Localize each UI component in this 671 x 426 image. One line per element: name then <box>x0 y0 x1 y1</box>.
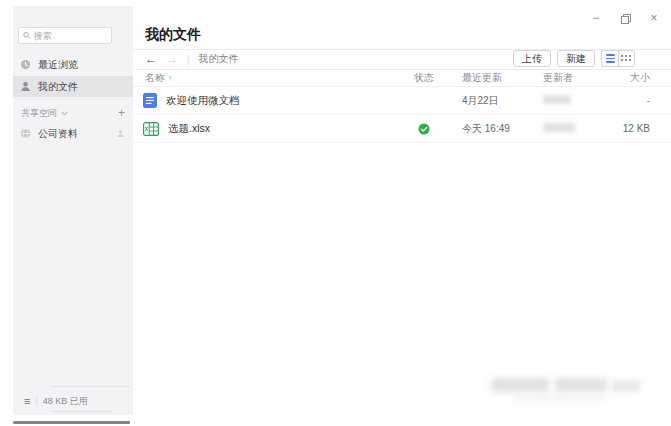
app-window: − × 最近浏览 <box>13 6 671 418</box>
user-icon <box>20 81 31 92</box>
file-updated: 4月22日 <box>454 94 538 108</box>
column-header-updater[interactable]: 更新者 <box>538 71 620 85</box>
redacted-blob <box>611 380 641 392</box>
file-status-synced <box>394 123 454 135</box>
file-name: 选题.xlsx <box>168 122 210 136</box>
file-name: 欢迎使用微文档 <box>166 94 240 108</box>
updater-redacted <box>543 123 575 132</box>
shared-space-icon <box>20 128 31 139</box>
search-icon <box>23 31 31 40</box>
background-window-edge <box>13 421 130 424</box>
search-box[interactable] <box>18 27 112 44</box>
sidebar-item-recent[interactable]: 最近浏览 <box>13 54 133 75</box>
chevron-down-icon <box>61 111 68 116</box>
wedoc-file-icon <box>143 93 157 108</box>
sidebar-section-shared-space[interactable]: 共享空间 + <box>13 105 133 121</box>
sort-asc-icon[interactable]: ↑ <box>168 74 172 83</box>
sidebar-item-my-files[interactable]: 我的文件 <box>13 76 133 97</box>
members-icon <box>116 129 125 138</box>
redacted-blob <box>555 378 607 392</box>
file-size: 12 KB <box>620 123 650 134</box>
storage-bar <box>50 411 112 412</box>
synced-check-icon <box>418 123 430 135</box>
storage-used-label: 48 KB 已用 <box>43 395 88 408</box>
list-view-button[interactable] <box>601 50 618 67</box>
grid-view-button[interactable] <box>618 50 635 67</box>
toolbar: 上传 新建 <box>513 50 635 67</box>
grid-view-icon <box>621 55 632 62</box>
sidebar-item-label: 公司资料 <box>38 127 78 141</box>
watermark-redacted <box>483 374 643 406</box>
window-controls: − × <box>589 12 661 24</box>
list-view-icon <box>606 54 615 62</box>
hamburger-menu-icon[interactable]: ≡ <box>24 395 30 407</box>
add-shared-space-button[interactable]: + <box>118 108 125 118</box>
redacted-blob <box>513 395 605 400</box>
updater-redacted <box>543 95 571 104</box>
restore-icon <box>621 14 629 22</box>
storage-usage: ≡ | 48 KB 已用 <box>13 392 133 410</box>
column-header-updated[interactable]: 最近更新 <box>454 71 538 85</box>
close-button[interactable]: × <box>647 12 661 24</box>
create-button[interactable]: 新建 <box>557 50 595 67</box>
breadcrumb: ← → | 我的文件 <box>145 50 239 68</box>
screenshot-canvas: − × 最近浏览 <box>0 0 671 426</box>
navigation-bar: ← → | 我的文件 上传 新建 <box>133 50 671 68</box>
storage-divider <box>50 386 130 387</box>
sidebar-section-label: 共享空间 <box>21 107 57 120</box>
sidebar-item-label: 最近浏览 <box>38 58 78 72</box>
table-header: 名称 ↑ 状态 最近更新 更新者 大小 <box>133 70 671 87</box>
file-size: - <box>620 95 650 106</box>
column-header-size[interactable]: 大小 <box>620 71 650 85</box>
column-header-name[interactable]: 名称 <box>145 71 165 85</box>
restore-button[interactable] <box>618 12 632 24</box>
view-toggle <box>601 50 635 67</box>
back-button[interactable]: ← <box>145 53 157 65</box>
minimize-button[interactable]: − <box>589 12 603 24</box>
upload-button[interactable]: 上传 <box>513 50 551 67</box>
sidebar: 最近浏览 我的文件 共享空间 + <box>13 6 133 415</box>
file-updater <box>538 123 620 134</box>
file-row-xlsx[interactable]: 选题.xlsx 今天 16:49 12 KB <box>133 115 671 143</box>
file-row-wedoc[interactable]: 欢迎使用微文档 4月22日 - <box>133 87 671 115</box>
search-input[interactable] <box>34 31 107 41</box>
breadcrumb-current[interactable]: 我的文件 <box>199 52 239 66</box>
file-updater <box>538 95 620 106</box>
file-updated: 今天 16:49 <box>454 122 538 136</box>
breadcrumb-separator: | <box>187 54 190 65</box>
spreadsheet-file-icon <box>143 122 159 136</box>
clock-icon <box>20 59 31 70</box>
column-header-status[interactable]: 状态 <box>394 71 454 85</box>
storage-separator: | <box>35 396 37 406</box>
main-panel: 我的文件 ← → | 我的文件 上传 新建 <box>133 6 671 418</box>
sidebar-item-label: 我的文件 <box>38 80 78 94</box>
forward-button[interactable]: → <box>166 53 178 65</box>
redacted-blob <box>491 378 549 392</box>
sidebar-item-company-files[interactable]: 公司资料 <box>13 123 133 144</box>
page-title: 我的文件 <box>145 26 201 44</box>
